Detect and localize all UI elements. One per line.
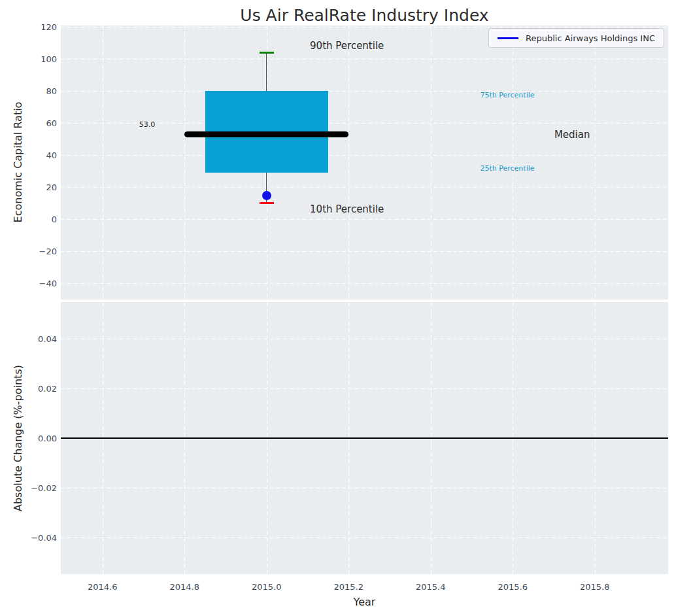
legend-label: Republic Airways Holdings INC — [526, 33, 655, 43]
annotation-median: Median — [554, 129, 590, 141]
x-tick-label: 2015.8 — [580, 582, 610, 592]
gridline-horizontal — [61, 187, 668, 188]
annotation-90th-percentile: 90th Percentile — [310, 40, 384, 52]
x-axis-label: Year — [61, 596, 668, 608]
y-axis-label-top: Economic Capital Ratio — [12, 102, 24, 223]
chart-figure: Us Air RealRate Industry Index 90th Perc… — [0, 0, 676, 616]
gridline-horizontal — [61, 283, 668, 284]
gridline-horizontal — [61, 388, 668, 389]
x-tick-label: 2015.4 — [416, 582, 446, 592]
annotation-10th-percentile: 10th Percentile — [310, 203, 384, 215]
y-tick-label: −0.04 — [31, 533, 57, 543]
annotation-75th-percentile: 75th Percentile — [480, 91, 534, 99]
median-line — [184, 131, 348, 137]
annotation-25th-percentile: 25th Percentile — [480, 163, 534, 172]
y-axis-label-bottom: Absolute Change (%-points) — [12, 365, 24, 511]
company-marker-dot — [262, 191, 271, 200]
y-tick-label: 20 — [46, 182, 57, 192]
gridline-horizontal — [61, 59, 668, 60]
y-tick-label: 100 — [41, 54, 57, 64]
legend-box: Republic Airways Holdings INC — [488, 28, 664, 48]
x-tick-label: 2015.6 — [498, 582, 528, 592]
y-tick-label: 120 — [41, 22, 57, 32]
annotation-53-0: 53.0 — [139, 120, 156, 129]
gridline-vertical — [595, 26, 596, 299]
gridline-horizontal — [61, 339, 668, 339]
x-tick-label: 2015.0 — [252, 582, 282, 592]
y-tick-label: 0.04 — [38, 334, 57, 343]
y-tick-label: 60 — [46, 118, 57, 128]
axes-economic-capital-ratio: 90th Percentile10th Percentile75th Perce… — [61, 26, 668, 299]
gridline-horizontal — [61, 219, 668, 220]
y-tick-label: −20 — [39, 247, 57, 256]
gridline-horizontal — [61, 488, 668, 488]
gridline-vertical — [103, 26, 103, 299]
gridline-horizontal — [61, 538, 668, 538]
y-tick-label: 40 — [46, 150, 57, 160]
y-tick-label: 0.00 — [38, 434, 57, 443]
gridline-vertical — [431, 26, 431, 299]
zero-line — [61, 437, 668, 439]
gridline-horizontal — [61, 155, 668, 156]
p90-cap — [260, 52, 274, 54]
legend-line-swatch — [498, 37, 518, 39]
gridline-vertical — [513, 26, 513, 299]
y-tick-label: −0.02 — [31, 483, 57, 493]
gridline-vertical — [348, 26, 349, 299]
axes-absolute-change — [61, 302, 668, 574]
gridline-vertical — [184, 26, 185, 299]
gridline-horizontal — [61, 27, 668, 27]
y-tick-label: 80 — [46, 86, 57, 96]
p10-cap — [260, 202, 274, 204]
x-tick-label: 2015.2 — [333, 582, 363, 592]
y-tick-label: −40 — [39, 279, 57, 288]
y-tick-label: 0 — [52, 214, 57, 224]
gridline-horizontal — [61, 91, 668, 92]
x-tick-label: 2014.6 — [88, 582, 118, 592]
chart-title: Us Air RealRate Industry Index — [61, 6, 668, 25]
y-tick-label: 0.02 — [38, 383, 57, 393]
gridline-horizontal — [61, 251, 668, 252]
x-tick-label: 2014.8 — [169, 582, 199, 592]
